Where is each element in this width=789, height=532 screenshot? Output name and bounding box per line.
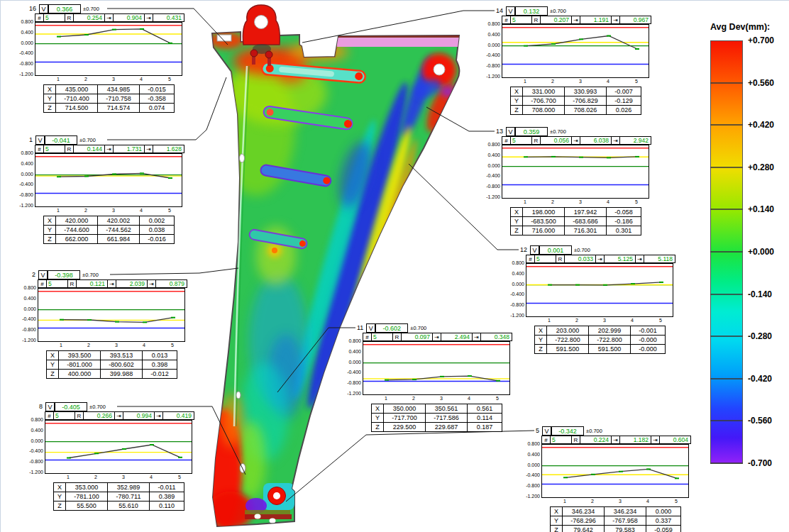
coord-row: Z400.000399.988-0.012 [47,370,177,379]
stat-b-value: 0.348 [480,333,512,341]
coord-row: X435.000434.985-0.015 [44,85,175,94]
nominal-value: 203.000 [547,326,589,336]
nominal-value: 198.000 [523,208,565,217]
measurement-callout[interactable]: 12 V 0.001 ±0.700 # 5 R 0.033 ⇥ 5.125 ⇥ … [506,245,683,353]
measurement-callout[interactable]: 13 V 0.359 ±0.700 # 5 R 0.056 ⇥ 6.038 ⇥ … [482,127,659,235]
coord-row: Y-781.100-780.7110.389 [54,492,184,501]
stats-row: # 5 R 0.097 ⇥ 2.494 ⇥ 0.348 [363,333,512,341]
stat-a-value: 0.904 [113,13,145,22]
measured-value: -767.958 [605,516,646,526]
colorbar-tick [710,336,743,337]
range-value: 0.121 [76,279,108,288]
coord-axis-label: Y [535,336,547,345]
x-axis-label: 2 [84,208,87,213]
x-axis-label: 3 [112,208,115,213]
y-axis-label: -0.800 [522,483,540,488]
measured-value: 399.988 [101,370,143,379]
y-axis-label: 0.000 [522,462,540,467]
trend-chart [363,341,510,395]
trend-chart [541,444,689,498]
trend-chart [35,153,182,207]
y-axis-label: 0.800 [482,21,500,26]
y-axis-label: -0.800 [15,192,33,197]
measurement-callout[interactable]: 11 V -0.602 ±0.700 # 5 R 0.097 ⇥ 2.494 ⇥… [343,323,520,431]
measurement-callout[interactable]: 2 V -0.398 ±0.700 # 5 R 0.121 ⇥ 2.039 ⇥ … [18,270,195,378]
coord-axis-label: Z [44,235,56,244]
x-axis-label: 2 [551,79,554,84]
measured-value: 420.002 [98,216,140,226]
sample-count: 5 [550,436,572,444]
nominal-value: -744.600 [56,226,98,235]
x-axis-label: 3 [122,475,125,480]
measurement-callout[interactable]: 14 V 0.132 ±0.700 # 5 R 0.207 ⇥ 1.191 ⇥ … [482,6,659,114]
colorbar-label: +0.560 [748,78,774,88]
y-axis-label: -0.400 [482,173,500,178]
colorbar-tick [710,209,743,210]
nominal-value: -710.400 [56,94,98,104]
coord-axis-label: Z [511,106,523,115]
coordinates-table: X198.000197.942-0.058Y-683.500-683.686-0… [510,207,641,235]
range-value: 0.097 [401,333,433,341]
nominal-value: 400.000 [59,370,101,379]
nominal-value: 435.000 [56,85,98,94]
deviation-value: -0.358 [140,94,175,104]
measurement-callout[interactable]: 16 V 0.366 ±0.700 # 5 R 0.254 ⇥ 0.904 ⇥ … [15,4,192,112]
measurement-callout[interactable]: 1 V -0.041 ±0.700 # 5 R 0.144 ⇥ 1.731 ⇥ … [15,135,192,243]
coord-axis-label: X [511,87,523,96]
y-axis-label: -1.200 [25,470,43,475]
x-axis-label: 5 [168,208,171,213]
y-axis-label: -0.800 [18,327,36,332]
x-axis-label: 4 [646,499,649,504]
x-axis-label: 1 [524,79,526,84]
measured-value: 591.500 [589,345,631,354]
v-label: V [35,135,45,145]
colorbar-label: -0.280 [748,331,772,341]
coord-axis-label: X [44,85,56,94]
deviation-value: 0.114 [468,414,502,423]
measurement-callout[interactable]: 8 V -0.405 ±0.700 # 5 R 0.266 ⇥ 0.994 ⇥ … [25,402,202,510]
trend-chart [502,145,649,199]
y-axis-label: 0.800 [18,285,36,290]
x-axis-label: 3 [579,79,582,84]
sample-count: 5 [371,333,393,341]
x-axis-label: 5 [178,475,181,480]
v-label: V [506,127,515,136]
range-value: 0.207 [540,16,572,24]
x-axis-label: 2 [591,499,594,504]
deviation-value: -0.016 [140,235,175,244]
y-axis-label: -1.200 [482,194,500,199]
coord-axis-label: X [47,351,59,360]
y-axis-label: -1.200 [522,494,540,499]
x-axis-label: 2 [94,475,97,480]
measurement-callout[interactable]: 5 V -0.342 ±0.700 # 5 R 0.224 ⇥ 1.182 ⇥ … [522,426,699,532]
colorbar-label: +0.140 [748,204,774,214]
coord-row: Z708.000708.0260.026 [511,106,641,115]
y-axis-label: -0.400 [18,316,36,321]
inspection-report-canvas: 16 V 0.366 ±0.700 # 5 R 0.254 ⇥ 0.904 ⇥ … [0,0,789,532]
measured-value: -744.562 [98,226,140,235]
y-axis-label: -0.400 [15,50,33,55]
x-axis-label: 5 [635,79,638,84]
coord-axis-label: Z [44,104,56,113]
nominal-value: 708.000 [523,106,565,115]
deviation-trend-line [565,469,677,478]
deviation-value: -0.129 [607,96,641,106]
y-axis-label: -1.200 [506,313,524,318]
stat-b-value: 0.879 [155,279,187,288]
x-axis-label: 4 [631,318,634,323]
colorbar-tick [710,251,743,253]
y-axis-label: -0.800 [482,63,500,68]
coord-row: X346.234346.2340.000 [551,507,681,516]
measured-value: 197.942 [565,208,607,217]
x-axis-label: 2 [412,396,415,401]
coord-row: Y-710.400-710.758-0.358 [44,94,175,104]
deviation-value: -0.000 [631,345,666,354]
colorbar-label: +0.420 [748,120,774,130]
avg-deviation-value: -0.405 [55,402,87,411]
nominal-value: 350.000 [384,404,426,414]
coord-row: Z662.000661.984-0.016 [44,235,175,244]
measured-value: 352.989 [108,483,150,492]
x-axis-label: 5 [496,396,499,401]
measured-value: 330.993 [565,87,607,96]
coord-axis-label: Y [511,96,523,106]
